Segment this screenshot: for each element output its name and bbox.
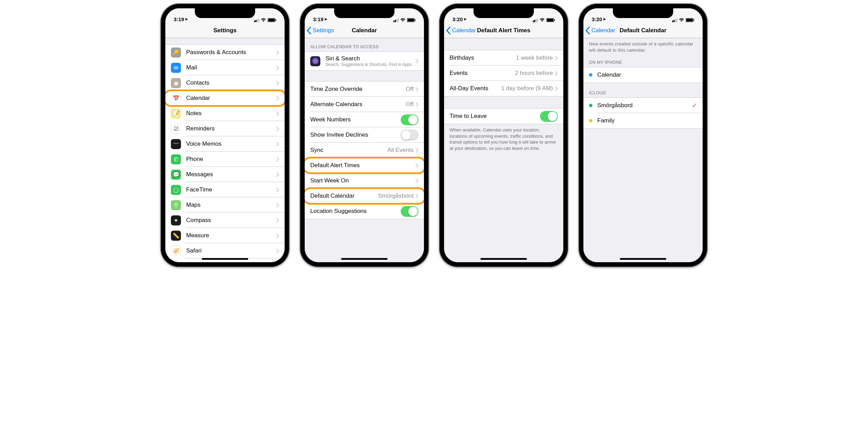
settings-list[interactable]: 🔑Passwords & Accounts✉︎Mail◉Contacts📅Cal… [165,38,285,262]
calendar-row-sync[interactable]: SyncAll Events [305,143,424,158]
calendar-option-sm-rg-sbord[interactable]: Smörgåsbord✓ [583,98,703,113]
calendar-row-show-invitee-declines[interactable]: Show Invitee Declines [305,127,424,143]
calendar-row-default-calendar[interactable]: Default CalendarSmörgåsbord [305,188,424,204]
back-button[interactable]: Calendar [446,27,476,34]
siri-search-row[interactable]: Siri & Search Search, Suggestions & Shor… [305,52,424,70]
home-indicator[interactable] [480,258,527,260]
settings-row-compass[interactable]: ✦Compass [165,213,285,228]
row-label: All-Day Events [450,85,501,92]
nav-title: Default Calendar [619,27,666,34]
settings-row-maps[interactable]: ⚲Maps [165,197,285,213]
svg-rect-11 [694,19,694,21]
settings-row-mail[interactable]: ✉︎Mail [165,60,285,75]
settings-row-phone[interactable]: ✆Phone [165,152,285,167]
home-indicator[interactable] [202,258,248,260]
settings-row-calendar[interactable]: 📅Calendar [165,91,285,106]
row-label: Maps [186,202,276,208]
row-value: All Events [387,147,414,154]
settings-row-notes[interactable]: 📝Notes [165,106,285,121]
signal-icon [672,18,677,22]
back-button[interactable]: Calendar [585,27,615,34]
settings-row-contacts[interactable]: ◉Contacts [165,75,285,91]
home-indicator[interactable] [620,258,666,260]
back-button[interactable]: Settings [307,27,334,34]
signal-icon [533,18,538,22]
row-value: 1 week before [516,54,553,61]
svg-rect-4 [408,19,414,22]
row-value: 2 hours before [515,70,553,77]
settings-row-messages[interactable]: 💬Messages [165,167,285,182]
chevron-right-icon [276,233,279,238]
settings-row-passwords-accounts[interactable]: 🔑Passwords & Accounts [165,45,285,60]
chevron-right-icon [555,86,558,91]
row-label: Default Calendar [310,192,378,199]
settings-row-safari[interactable]: 🧭Safari [165,243,285,258]
row-label: Smörgåsbord [597,102,692,109]
phone-frame-4: 3:20➤ Calendar Default Calendar New even… [579,3,708,267]
calendar-settings-list[interactable]: ALLOW CALENDAR TO ACCESS Siri & Search S… [305,38,424,262]
chevron-right-icon [276,127,279,131]
settings-row-measure[interactable]: 📏Measure [165,228,285,243]
time-to-leave-row[interactable]: Time to Leave [444,109,563,124]
toggle[interactable] [401,206,418,217]
calendar-row-start-week-on[interactable]: Start Week On [305,173,424,188]
row-label: Family [597,117,697,124]
chevron-right-icon [555,56,558,60]
calendar-row-location-suggestions[interactable]: Location Suggestions [305,204,424,219]
nav-title: Default Alert Times [477,27,530,34]
location-icon: ➤ [185,17,188,22]
home-indicator[interactable] [341,258,388,260]
signal-icon [393,18,399,22]
settings-row-facetime[interactable]: ▢FaceTime [165,182,285,197]
notch [474,8,534,18]
row-label: Events [450,70,515,77]
alert-row-all-day-events[interactable]: All-Day Events1 day before (9 AM) [444,81,563,96]
wifi-icon [679,18,684,22]
default-calendar-list[interactable]: New events created outside of a specific… [583,38,703,262]
calendar-dot-icon [589,104,592,107]
row-label: Calendar [186,95,276,102]
calendar-row-time-zone-override[interactable]: Time Zone OverrideOff [305,82,424,97]
row-label: Voice Memos [186,140,276,147]
settings-row-voice-memos[interactable]: 〰︎Voice Memos [165,136,285,152]
back-label: Calendar [452,27,476,34]
calendar-row-default-alert-times[interactable]: Default Alert Times [305,158,424,173]
calendar-row-week-numbers[interactable]: Week Numbers [305,112,424,127]
toggle[interactable] [401,114,418,125]
app-icon: 〰︎ [171,139,181,149]
time-to-leave-toggle[interactable] [540,111,558,122]
phone-frame-2: 3:19➤ Settings Calendar ALLOW CALENDAR T… [300,3,429,267]
toggle[interactable] [401,130,418,140]
svg-rect-5 [415,19,416,21]
row-label: Sync [310,147,387,154]
alert-row-birthdays[interactable]: Birthdays1 week before [444,50,563,66]
battery-icon [407,18,416,22]
footer-text: When available, Calendar uses your locat… [444,124,563,154]
status-time: 3:20 [452,16,463,22]
siri-sub: Search, Suggestions & Shortcuts, Find in… [326,62,416,67]
row-label: Birthdays [450,54,516,61]
wifi-icon [539,18,545,22]
row-value: Smörgåsbord [378,192,414,199]
section-header: ICLOUD [583,83,703,97]
calendar-option-calendar[interactable]: Calendar [583,67,703,83]
settings-row-reminders[interactable]: ☑︎Reminders [165,121,285,136]
alert-row-events[interactable]: Events2 hours before [444,66,563,81]
chevron-right-icon [416,87,418,92]
calendar-option-family[interactable]: Family [583,113,703,128]
chevron-right-icon [555,71,558,76]
nav-title: Calendar [352,27,377,34]
notch [613,8,673,18]
app-icon: 🧭 [171,246,181,256]
section-header: ALLOW CALENDAR TO ACCESS [305,38,424,51]
battery-icon [686,18,694,22]
row-value: Off [406,101,414,108]
app-icon: 🔑 [171,48,181,58]
nav-bar: Settings Calendar [305,23,424,38]
calendar-row-alternate-calendars[interactable]: Alternate CalendarsOff [305,97,424,112]
row-label: Time Zone Override [310,86,406,93]
chevron-right-icon [276,249,279,253]
alert-times-list[interactable]: Birthdays1 week beforeEvents2 hours befo… [444,38,563,262]
row-label: Calendar [597,71,697,78]
chevron-right-icon [276,157,279,162]
